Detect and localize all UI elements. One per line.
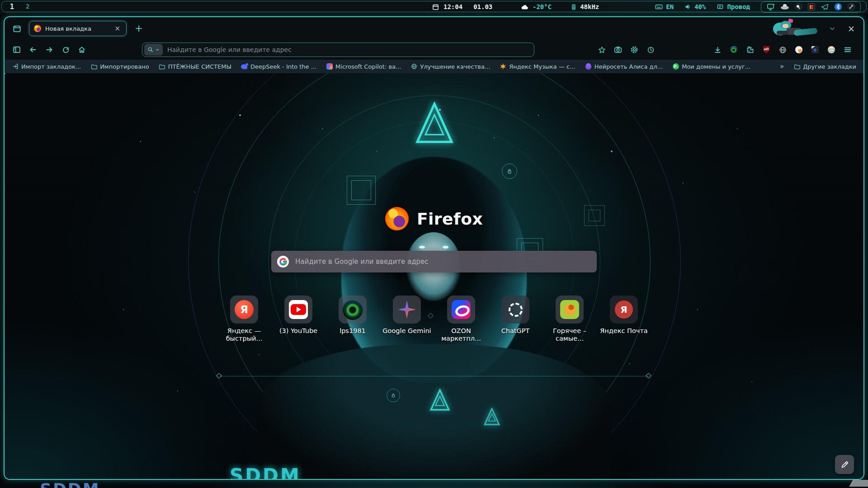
- firefox-favicon: [34, 25, 41, 32]
- firefox-view-button[interactable]: [10, 22, 24, 35]
- wallpaper-particles: [5, 73, 5, 74]
- wallpaper-diamond: [646, 373, 651, 379]
- volume-module[interactable]: 40%: [684, 3, 706, 10]
- shortcut-gemini[interactable]: Google Gemini: [382, 296, 432, 343]
- layout-label: EN: [666, 3, 674, 10]
- new-tab-search-input[interactable]: [295, 258, 591, 266]
- copilot-icon: [326, 63, 333, 70]
- avatar-extension-icon[interactable]: [825, 43, 838, 56]
- steam-tray-icon[interactable]: [848, 3, 855, 10]
- bookmark-copilot[interactable]: Microsoft Copilot: ва...: [326, 63, 401, 70]
- shortcut-lps1981[interactable]: lps1981: [327, 296, 378, 343]
- bluetooth-tray-icon[interactable]: [835, 3, 842, 10]
- wallpaper-a-logo: [415, 101, 454, 145]
- network-monitor-tray-icon[interactable]: [767, 3, 775, 11]
- ublock-extension-icon[interactable]: uO: [760, 43, 773, 56]
- system-status-bar: 1 2 12:04 01.03 -20°C 48kHz: [0, 0, 868, 14]
- home-button[interactable]: [75, 43, 89, 56]
- bookmarks-toolbar: Импорт закладок... Импортировано ПТЁЖНЫЕ…: [5, 60, 863, 73]
- forward-button[interactable]: [42, 43, 56, 56]
- google-logo-icon: [277, 256, 289, 267]
- wallpaper-diamond: [216, 373, 222, 379]
- bookmarks-overflow-chevron[interactable]: »: [780, 62, 784, 70]
- yandex-icon: Я: [235, 300, 254, 319]
- network-module[interactable]: Провод: [717, 3, 750, 10]
- search-engine-chip[interactable]: [144, 44, 163, 56]
- youtube-icon: [289, 300, 308, 319]
- extensions-puzzle-button[interactable]: [743, 43, 757, 56]
- keyboard-layout-module[interactable]: EN: [655, 3, 674, 10]
- shortcut-youtube[interactable]: (3) YouTube: [273, 296, 324, 343]
- new-tab-button[interactable]: +: [132, 22, 146, 35]
- eye-extension-icon[interactable]: [727, 43, 741, 56]
- folder-icon: [793, 63, 800, 70]
- bookmark-alice[interactable]: Нейросеть Алиса дл...: [585, 63, 663, 70]
- firefox-logo: [385, 207, 409, 230]
- history-clock-button[interactable]: [644, 43, 657, 56]
- wallpaper-arc: [218, 73, 651, 477]
- pencil-icon: [840, 460, 849, 469]
- globe-extension-icon[interactable]: [776, 43, 789, 56]
- app-menu-hamburger-button[interactable]: [841, 43, 854, 56]
- plus-tile-extension-icon[interactable]: +: [808, 43, 822, 56]
- wallpaper-a-logo-small: [429, 389, 450, 411]
- url-input[interactable]: [167, 46, 532, 53]
- shortcut-yandex[interactable]: Я Яндекс — быстрый...: [219, 296, 269, 343]
- firefox-brand: Firefox: [5, 207, 863, 230]
- bookmark-deepseek[interactable]: DeepSeek - Into the ...: [241, 63, 316, 70]
- screenshot-camera-button[interactable]: [611, 43, 625, 56]
- workspace-2[interactable]: 2: [26, 3, 29, 11]
- wallpaper-a-logo-small: [484, 408, 500, 426]
- shortcut-chatgpt[interactable]: ChatGPT: [490, 296, 541, 343]
- chatgpt-knot-icon: [509, 303, 523, 317]
- shortcut-yandex-mail[interactable]: Я Яндекс Почта: [599, 296, 649, 343]
- shortcut-ozon[interactable]: OZON маркетпл...: [436, 296, 486, 343]
- window-close-button[interactable]: ×: [844, 22, 858, 35]
- url-bar[interactable]: [142, 42, 534, 57]
- other-bookmarks[interactable]: Другие закладки: [793, 63, 856, 70]
- telegram-tray-icon[interactable]: [821, 4, 829, 10]
- bookmark-folder-imported[interactable]: Импортировано: [90, 63, 149, 70]
- recorder-tray-icon[interactable]: [795, 3, 802, 10]
- bookmark-import[interactable]: Импорт закладок...: [12, 63, 81, 70]
- gemini-star-icon: [398, 300, 416, 319]
- workspace-switcher[interactable]: 1 2: [10, 3, 29, 11]
- bookmark-folder-systems[interactable]: ПТЁЖНЫЕ СИСТЕМЫ: [159, 63, 231, 70]
- edit-wallpaper-button[interactable]: [835, 455, 854, 474]
- reload-button[interactable]: [59, 43, 72, 56]
- navigation-toolbar: uO +: [5, 40, 863, 60]
- new-tab-search-bar[interactable]: [271, 251, 597, 272]
- search-icon: [147, 47, 154, 53]
- shortcut-pikabu[interactable]: Горячее – самые...: [544, 296, 595, 343]
- system-tray[interactable]: [761, 1, 861, 13]
- clock-date: 01.03: [473, 3, 492, 10]
- clock-module[interactable]: 12:04 01.03: [432, 3, 492, 10]
- bookmark-quality[interactable]: Улучшение качества...: [410, 63, 490, 70]
- new-tab-page: Firefox Я Яндекс — быстрый... (3) YouTub…: [5, 73, 863, 479]
- tab-bar: Новая вкладка × + ×: [5, 17, 863, 40]
- tab-close-button[interactable]: ×: [113, 25, 122, 33]
- cpu-sensor-tray-icon[interactable]: [808, 3, 815, 10]
- bookmark-domains[interactable]: Р. Мои домены и услуг...: [672, 63, 750, 70]
- keyboard-icon: [655, 4, 663, 10]
- list-all-tabs-button[interactable]: [826, 22, 839, 35]
- back-button[interactable]: [26, 43, 40, 56]
- wallpaper-chip: [347, 176, 376, 205]
- miku-pixel-pet: [770, 18, 820, 39]
- wallpaper-arc: [188, 73, 681, 479]
- firefox-wordmark: Firefox: [417, 210, 483, 228]
- folder-icon: [159, 63, 165, 70]
- downloads-button[interactable]: [711, 43, 724, 56]
- tab-new-tab[interactable]: Новая вкладка ×: [29, 21, 127, 36]
- workspace-1[interactable]: 1: [10, 3, 14, 11]
- folder-icon: [90, 63, 97, 70]
- settings-gear-button[interactable]: [627, 43, 641, 56]
- weather-audio-module[interactable]: -20°C 48kHz: [521, 3, 599, 10]
- sidebar-toggle-button[interactable]: [10, 43, 24, 56]
- bookmark-star-button[interactable]: [595, 43, 609, 56]
- cloud-icon: [521, 4, 529, 10]
- shortcut-tiles: Я Яндекс — быстрый... (3) YouTube lps198…: [219, 296, 649, 343]
- tag-extension-icon[interactable]: [792, 43, 806, 56]
- bookmark-yandex-music[interactable]: Яндекс Музыка — с...: [500, 63, 575, 70]
- ufo-tray-icon[interactable]: [781, 4, 789, 9]
